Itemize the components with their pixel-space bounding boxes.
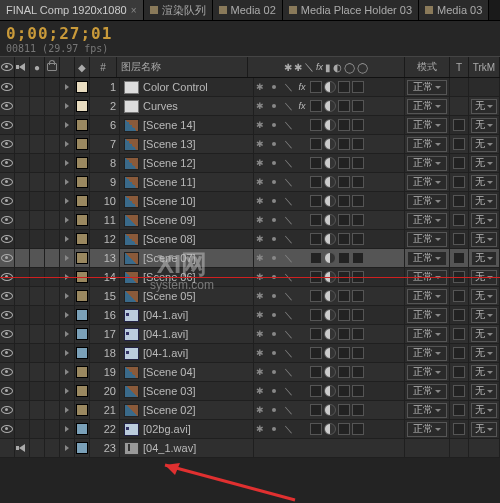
- motion-blur-switch[interactable]: [324, 195, 336, 207]
- visibility-toggle[interactable]: [0, 306, 15, 324]
- twirl-toggle[interactable]: [60, 116, 75, 134]
- adjustment-switch[interactable]: [338, 366, 350, 378]
- layer-switches[interactable]: ✱＼fx: [254, 78, 405, 96]
- layer-switches[interactable]: ✱＼: [254, 192, 405, 210]
- fx-switch[interactable]: [296, 309, 308, 321]
- solo-toggle[interactable]: [30, 325, 45, 343]
- label-color[interactable]: [75, 287, 90, 305]
- lock-toggle[interactable]: [45, 211, 60, 229]
- layer-switches[interactable]: ✱＼: [254, 135, 405, 153]
- quality-switch[interactable]: ＼: [282, 347, 294, 359]
- fx-switch[interactable]: [296, 423, 308, 435]
- preserve-transparency[interactable]: [450, 116, 469, 134]
- layer-name-cell[interactable]: [Scene 14]: [120, 116, 254, 134]
- layer-name-cell[interactable]: [02bg.avi]: [120, 420, 254, 438]
- shy-switch[interactable]: ✱: [254, 290, 266, 302]
- track-matte-dropdown[interactable]: 无: [471, 251, 497, 266]
- fx-switch[interactable]: [296, 195, 308, 207]
- audio-toggle[interactable]: [15, 135, 30, 153]
- quality-switch[interactable]: ＼: [282, 309, 294, 321]
- motion-blur-switch[interactable]: [324, 290, 336, 302]
- blend-mode-dropdown[interactable]: 正常: [407, 232, 447, 247]
- 3d-switch[interactable]: [352, 100, 364, 112]
- frame-blend-switch[interactable]: [310, 290, 322, 302]
- quality-switch[interactable]: ＼: [282, 404, 294, 416]
- fx-switch[interactable]: [296, 290, 308, 302]
- collapse-switch[interactable]: [268, 195, 280, 207]
- track-matte-dropdown[interactable]: 无: [471, 289, 497, 304]
- visibility-toggle[interactable]: [0, 439, 15, 457]
- layer-row[interactable]: 17[04-1.avi]✱＼正常无: [0, 325, 500, 344]
- audio-toggle[interactable]: [15, 230, 30, 248]
- 3d-switch[interactable]: [352, 385, 364, 397]
- visibility-toggle[interactable]: [0, 401, 15, 419]
- 3d-switch[interactable]: [352, 309, 364, 321]
- adjustment-switch[interactable]: [338, 328, 350, 340]
- solo-toggle[interactable]: [30, 401, 45, 419]
- blend-mode-dropdown[interactable]: 正常: [407, 156, 447, 171]
- motion-blur-switch[interactable]: [324, 100, 336, 112]
- track-matte-dropdown[interactable]: 无: [471, 194, 497, 209]
- label-color[interactable]: [75, 439, 90, 457]
- layer-switches[interactable]: ✱＼: [254, 154, 405, 172]
- adjustment-switch[interactable]: [338, 309, 350, 321]
- lock-toggle[interactable]: [45, 401, 60, 419]
- visibility-toggle[interactable]: [0, 97, 15, 115]
- twirl-toggle[interactable]: [60, 363, 75, 381]
- layer-row[interactable]: 9[Scene 11]✱＼正常无: [0, 173, 500, 192]
- quality-switch[interactable]: ＼: [282, 366, 294, 378]
- quality-switch[interactable]: ＼: [282, 195, 294, 207]
- motion-blur-switch[interactable]: [324, 214, 336, 226]
- visibility-toggle[interactable]: [0, 249, 15, 267]
- track-matte-dropdown[interactable]: 无: [471, 384, 497, 399]
- track-matte-dropdown[interactable]: 无: [471, 422, 497, 437]
- solo-toggle[interactable]: [30, 78, 45, 96]
- visibility-toggle[interactable]: [0, 173, 15, 191]
- label-color[interactable]: [75, 97, 90, 115]
- frame-blend-switch[interactable]: [310, 81, 322, 93]
- solo-toggle[interactable]: [30, 211, 45, 229]
- trkmat-header[interactable]: TrkM: [469, 57, 500, 77]
- audio-toggle[interactable]: [15, 249, 30, 267]
- visibility-toggle[interactable]: [0, 154, 15, 172]
- layer-name-cell[interactable]: [Scene 13]: [120, 135, 254, 153]
- visibility-toggle[interactable]: [0, 363, 15, 381]
- motion-blur-switch[interactable]: [324, 328, 336, 340]
- audio-toggle[interactable]: [15, 192, 30, 210]
- close-icon[interactable]: ×: [131, 5, 137, 16]
- motion-blur-switch[interactable]: [324, 309, 336, 321]
- track-matte-dropdown[interactable]: 无: [471, 346, 497, 361]
- motion-blur-switch[interactable]: [324, 347, 336, 359]
- solo-toggle[interactable]: [30, 287, 45, 305]
- preserve-transparency[interactable]: [450, 401, 469, 419]
- adjustment-switch[interactable]: [338, 214, 350, 226]
- solo-toggle[interactable]: [30, 344, 45, 362]
- audio-toggle[interactable]: [15, 78, 30, 96]
- layer-row[interactable]: 18[04-1.avi]✱＼正常无: [0, 344, 500, 363]
- layer-name-cell[interactable]: [04-1.avi]: [120, 325, 254, 343]
- motion-blur-switch[interactable]: [324, 404, 336, 416]
- frame-blend-switch[interactable]: [310, 100, 322, 112]
- 3d-switch[interactable]: [352, 404, 364, 416]
- collapse-switch[interactable]: [268, 119, 280, 131]
- twirl-toggle[interactable]: [60, 287, 75, 305]
- audio-toggle[interactable]: [15, 325, 30, 343]
- blend-mode-dropdown[interactable]: 正常: [407, 194, 447, 209]
- layer-row[interactable]: 6[Scene 14]✱＼正常无: [0, 116, 500, 135]
- preserve-transparency[interactable]: [450, 420, 469, 438]
- label-color[interactable]: [75, 173, 90, 191]
- preserve-transparency[interactable]: [450, 154, 469, 172]
- solo-toggle[interactable]: [30, 420, 45, 438]
- motion-blur-switch[interactable]: [324, 233, 336, 245]
- fx-switch[interactable]: [296, 214, 308, 226]
- layer-row[interactable]: 2Curves✱＼fx正常无: [0, 97, 500, 116]
- collapse-switch[interactable]: [268, 328, 280, 340]
- lock-toggle[interactable]: [45, 420, 60, 438]
- blend-mode-dropdown[interactable]: 正常: [407, 327, 447, 342]
- motion-blur-switch[interactable]: [324, 423, 336, 435]
- layer-row[interactable]: 1Color Control✱＼fx正常: [0, 78, 500, 97]
- adjustment-switch[interactable]: [338, 138, 350, 150]
- twirl-toggle[interactable]: [60, 325, 75, 343]
- layer-name-cell[interactable]: [Scene 04]: [120, 363, 254, 381]
- layer-row[interactable]: 20[Scene 03]✱＼正常无: [0, 382, 500, 401]
